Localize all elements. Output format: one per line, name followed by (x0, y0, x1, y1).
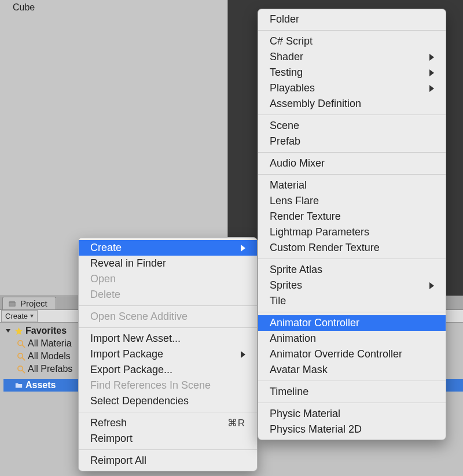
menu-item-find-references-in-scene: Find References In Scene (79, 378, 257, 393)
menu-item-material[interactable]: Material (258, 178, 446, 193)
menu-item-label: Lens Flare (270, 195, 319, 207)
menu-item-import-new-asset[interactable]: Import New Asset... (79, 331, 257, 346)
menu-item-label: Custom Render Texture (270, 242, 380, 254)
menu-item-sprite-atlas[interactable]: Sprite Atlas (258, 262, 446, 278)
project-tab-label: Project (20, 298, 47, 308)
menu-item-label: Refresh (90, 417, 127, 429)
menu-item-prefab[interactable]: Prefab (258, 134, 446, 149)
menu-item-animator-override-controller[interactable]: Animator Override Controller (258, 346, 446, 362)
menu-item-label: Animation (270, 333, 316, 345)
disclosure-icon (6, 329, 10, 333)
menu-item-label: Audio Mixer (270, 157, 325, 169)
menu-item-label: Reimport All (90, 455, 146, 467)
menu-separator (79, 327, 257, 328)
menu-separator (258, 381, 446, 381)
svg-line-3 (22, 357, 25, 360)
menu-item-label: Delete (90, 289, 120, 301)
menu-item-assembly-definition[interactable]: Assembly Definition (258, 96, 446, 112)
menu-item-custom-render-texture[interactable]: Custom Render Texture (258, 240, 446, 256)
menu-separator (79, 412, 257, 412)
menu-separator (79, 305, 257, 306)
project-tab[interactable]: Project (2, 297, 56, 309)
menu-item-sprites[interactable]: Sprites (258, 278, 446, 293)
svg-point-0 (17, 340, 22, 345)
menu-item-label: Avatar Mask (270, 364, 328, 376)
menu-item-import-package[interactable]: Import Package (79, 346, 257, 362)
assets-label: Assets (25, 380, 56, 390)
menu-separator (258, 312, 446, 312)
menu-item-label: Animator Controller (270, 317, 359, 329)
menu-item-label: Import Package (90, 348, 163, 360)
svg-point-4 (17, 366, 22, 370)
menu-item-lightmap-parameters[interactable]: Lightmap Parameters (258, 224, 446, 240)
menu-item-label: Render Texture (270, 211, 341, 223)
menu-separator (79, 449, 257, 450)
menu-item-label: Export Package... (90, 364, 172, 376)
menu-item-label: Sprite Atlas (270, 264, 322, 276)
chevron-right-icon (429, 54, 434, 61)
menu-separator (258, 403, 446, 403)
menu-item-c-script[interactable]: C# Script (258, 34, 446, 49)
chevron-right-icon (429, 85, 434, 92)
menu-item-render-texture[interactable]: Render Texture (258, 209, 446, 224)
menu-item-testing[interactable]: Testing (258, 65, 446, 80)
chevron-right-icon (429, 69, 434, 76)
search-icon (16, 364, 25, 374)
context-menu-create: FolderC# ScriptShaderTestingPlayablesAss… (258, 9, 446, 440)
menu-item-animation[interactable]: Animation (258, 331, 446, 346)
chevron-right-icon (241, 245, 245, 252)
menu-item-scene[interactable]: Scene (258, 118, 446, 134)
favorite-label: All Materia (28, 338, 72, 349)
menu-item-label: Import New Asset... (90, 333, 181, 345)
menu-item-shortcut: ⌘R (227, 417, 245, 429)
menu-item-label: Folder (270, 13, 299, 25)
menu-item-label: Create (90, 242, 122, 254)
menu-item-label: Assembly Definition (270, 98, 361, 110)
menu-item-label: Physics Material 2D (270, 423, 362, 436)
chevron-right-icon (429, 282, 434, 289)
menu-item-label: Sprites (270, 279, 302, 291)
menu-item-timeline[interactable]: Timeline (258, 384, 446, 400)
menu-item-refresh[interactable]: Refresh⌘R (79, 415, 257, 431)
favorite-label: All Prefabs (28, 364, 72, 374)
menu-item-create[interactable]: Create (79, 240, 257, 256)
menu-item-audio-mixer[interactable]: Audio Mixer (258, 156, 446, 171)
search-icon (16, 352, 25, 361)
menu-item-reveal-in-finder[interactable]: Reveal in Finder (79, 256, 257, 271)
menu-item-delete: Delete (79, 287, 257, 302)
menu-item-physics-material-2d[interactable]: Physics Material 2D (258, 422, 446, 437)
menu-item-reimport[interactable]: Reimport (79, 431, 257, 447)
chevron-right-icon (241, 351, 245, 358)
menu-item-label: Tile (270, 295, 286, 307)
menu-item-label: Select Dependencies (90, 395, 189, 407)
menu-item-tile[interactable]: Tile (258, 293, 446, 309)
hierarchy-item[interactable]: Cube (0, 0, 227, 13)
menu-separator (258, 30, 446, 31)
menu-separator (258, 152, 446, 153)
favorite-label: All Models (28, 351, 71, 361)
menu-item-label: Scene (270, 120, 299, 132)
menu-item-select-dependencies[interactable]: Select Dependencies (79, 393, 257, 409)
svg-line-1 (22, 345, 25, 348)
menu-item-shader[interactable]: Shader (258, 49, 446, 65)
menu-item-physic-material[interactable]: Physic Material (258, 406, 446, 422)
menu-item-label: Timeline (270, 386, 308, 398)
chevron-down-icon (30, 315, 34, 318)
search-icon (16, 339, 25, 348)
menu-item-label: Material (270, 179, 307, 191)
menu-item-export-package[interactable]: Export Package... (79, 362, 257, 378)
menu-item-folder[interactable]: Folder (258, 12, 446, 27)
create-button-label: Create (5, 312, 28, 320)
menu-item-avatar-mask[interactable]: Avatar Mask (258, 362, 446, 378)
menu-item-label: Find References In Scene (90, 379, 211, 392)
menu-item-label: Open (90, 273, 116, 285)
menu-item-playables[interactable]: Playables (258, 80, 446, 96)
svg-line-5 (22, 370, 25, 373)
create-button[interactable]: Create (1, 310, 38, 322)
menu-item-label: Animator Override Controller (270, 348, 402, 360)
context-menu-primary: CreateReveal in FinderOpenDeleteOpen Sce… (78, 237, 258, 471)
menu-item-animator-controller[interactable]: Animator Controller (258, 315, 446, 331)
favorites-label: Favorites (25, 326, 67, 336)
menu-item-lens-flare[interactable]: Lens Flare (258, 193, 446, 209)
menu-item-reimport-all[interactable]: Reimport All (79, 453, 257, 468)
